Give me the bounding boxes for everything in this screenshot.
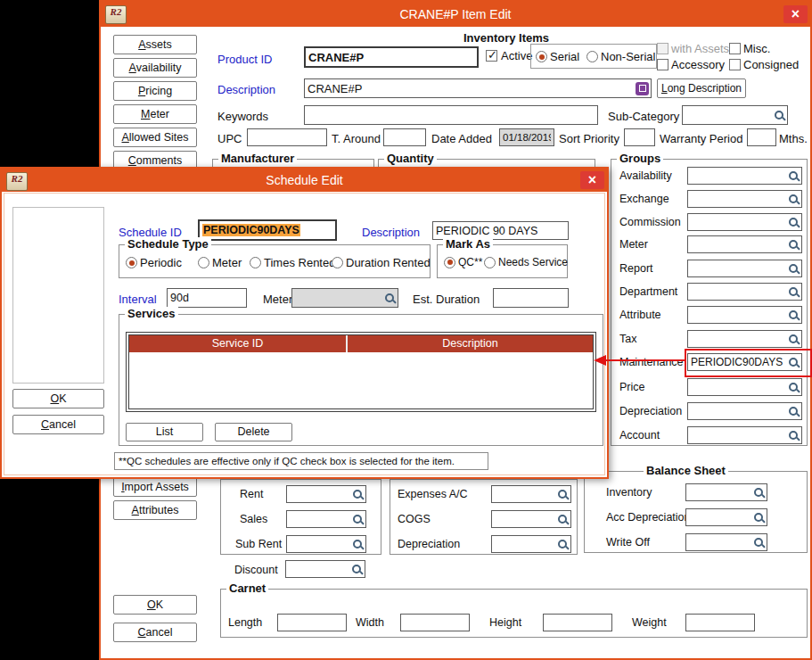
lookup-icon[interactable]: [788, 430, 800, 441]
long-description-icon[interactable]: [636, 82, 649, 95]
lookup-icon[interactable]: [788, 382, 800, 393]
lookup-icon[interactable]: [788, 194, 800, 205]
acc-depreciation-field[interactable]: [685, 508, 767, 526]
group-availability-field[interactable]: [687, 167, 802, 185]
width-field[interactable]: [400, 614, 470, 631]
group-attribute-field[interactable]: [687, 306, 802, 324]
inventory-field[interactable]: [685, 483, 767, 501]
group-depreciation-field[interactable]: [687, 402, 802, 420]
misc-checkbox[interactable]: Misc.: [729, 42, 770, 55]
item-edit-cancel-button[interactable]: Cancel: [113, 623, 197, 642]
group-account-field[interactable]: [687, 426, 802, 444]
qc-radio-circle[interactable]: [444, 257, 455, 268]
warranty-period-field[interactable]: [747, 128, 776, 146]
times-rented-radio-circle[interactable]: [250, 257, 261, 268]
group-report-field[interactable]: [687, 260, 802, 277]
consigned-checkbox-box[interactable]: [729, 59, 741, 70]
accessory-checkbox[interactable]: Accessory: [657, 58, 725, 71]
non-serial-radio[interactable]: Non-Serial: [586, 50, 655, 63]
lookup-icon[interactable]: [788, 286, 800, 298]
schedule-id-field[interactable]: PERIODIC90DAYS: [198, 219, 337, 241]
interval-field[interactable]: [167, 288, 247, 308]
sub-category-field[interactable]: [682, 105, 788, 125]
length-field[interactable]: [277, 614, 347, 631]
sub-category-lookup-icon[interactable]: [774, 110, 785, 121]
group-department-field[interactable]: [687, 283, 802, 301]
lookup-icon[interactable]: [788, 170, 800, 182]
times-rented-radio[interactable]: Times Rented: [250, 256, 335, 269]
list-button[interactable]: List: [126, 423, 203, 441]
sidebar-import-assets-button[interactable]: Import Assets: [113, 477, 197, 497]
sub-rent-field[interactable]: [286, 535, 366, 553]
lookup-icon[interactable]: [753, 537, 765, 549]
item-edit-close-icon[interactable]: [783, 5, 808, 23]
serial-radio[interactable]: Serial: [536, 50, 579, 63]
lookup-icon[interactable]: [788, 357, 800, 368]
product-id-field[interactable]: [304, 46, 479, 68]
lookup-icon[interactable]: [788, 263, 800, 275]
lookup-icon[interactable]: [788, 239, 800, 251]
cogs-field[interactable]: [491, 510, 571, 528]
schedule-list-panel[interactable]: [12, 207, 104, 384]
schedule-cancel-button[interactable]: Cancel: [12, 415, 104, 434]
sidebar-allowed-sites-button[interactable]: Allowed Sites: [113, 128, 197, 147]
sales-field[interactable]: [286, 510, 366, 528]
needs-service-radio[interactable]: Needs Service: [484, 256, 568, 268]
group-tax-field[interactable]: [687, 330, 802, 348]
lookup-icon[interactable]: [788, 406, 800, 417]
description-field[interactable]: CRANE#P: [304, 78, 652, 98]
qc-radio[interactable]: QC**: [444, 256, 482, 268]
group-price-field[interactable]: [687, 378, 802, 396]
lookup-icon[interactable]: [351, 564, 363, 575]
sidebar-assets-button[interactable]: Assets: [113, 35, 197, 54]
services-table-body[interactable]: [129, 352, 593, 408]
schedule-ok-button[interactable]: OK: [12, 389, 104, 408]
description-column-header[interactable]: Description: [348, 335, 593, 352]
lookup-icon[interactable]: [788, 334, 800, 345]
accessory-checkbox-box[interactable]: [657, 59, 668, 70]
lookup-icon[interactable]: [788, 309, 800, 321]
sidebar-pricing-button[interactable]: Pricing: [113, 81, 197, 101]
service-id-column-header[interactable]: Service ID: [129, 335, 348, 352]
height-field[interactable]: [543, 614, 612, 631]
group-exchange-field[interactable]: [687, 190, 802, 208]
rent-field[interactable]: [286, 485, 366, 503]
schedule-edit-close-icon[interactable]: [580, 171, 604, 189]
delete-button[interactable]: Delete: [215, 423, 292, 441]
consigned-checkbox[interactable]: Consigned: [729, 58, 799, 71]
lookup-icon[interactable]: [557, 539, 569, 550]
sidebar-meter-button[interactable]: Meter: [113, 104, 197, 124]
lookup-icon[interactable]: [352, 514, 364, 525]
misc-checkbox-box[interactable]: [729, 43, 741, 54]
t-around-field[interactable]: [383, 128, 426, 146]
lookup-icon[interactable]: [557, 489, 569, 500]
upc-field[interactable]: [247, 128, 327, 146]
meter-type-radio-circle[interactable]: [198, 257, 209, 268]
duration-rented-radio[interactable]: Duration Rented: [332, 256, 431, 269]
meter-type-radio[interactable]: Meter: [198, 256, 242, 269]
item-edit-ok-button[interactable]: OK: [113, 595, 197, 615]
lookup-icon[interactable]: [788, 217, 800, 228]
lookup-icon[interactable]: [753, 512, 765, 524]
periodic-radio[interactable]: Periodic: [126, 256, 182, 269]
meter-lookup-icon[interactable]: [384, 293, 396, 304]
lookup-icon[interactable]: [352, 489, 364, 500]
lookup-icon[interactable]: [753, 487, 765, 499]
expenses-ac-field[interactable]: [491, 485, 571, 503]
write-off-field[interactable]: [685, 533, 767, 551]
sort-priority-field[interactable]: [624, 128, 655, 146]
serial-radio-circle[interactable]: [536, 51, 547, 62]
periodic-radio-circle[interactable]: [126, 257, 137, 268]
discount-field[interactable]: [285, 560, 365, 578]
group-meter-field[interactable]: [687, 235, 802, 253]
active-checkbox[interactable]: Active: [486, 49, 532, 62]
non-serial-radio-circle[interactable]: [586, 51, 598, 62]
lookup-icon[interactable]: [557, 514, 569, 525]
lookup-icon[interactable]: [352, 539, 364, 550]
group-maintenance-field[interactable]: PERIODIC90DAYS: [687, 353, 802, 371]
sidebar-availability-button[interactable]: Availability: [113, 58, 197, 78]
duration-rented-radio-circle[interactable]: [332, 257, 343, 268]
group-commission-field[interactable]: [687, 213, 802, 231]
depreciation-field[interactable]: [491, 535, 571, 553]
keywords-field[interactable]: [304, 105, 598, 125]
